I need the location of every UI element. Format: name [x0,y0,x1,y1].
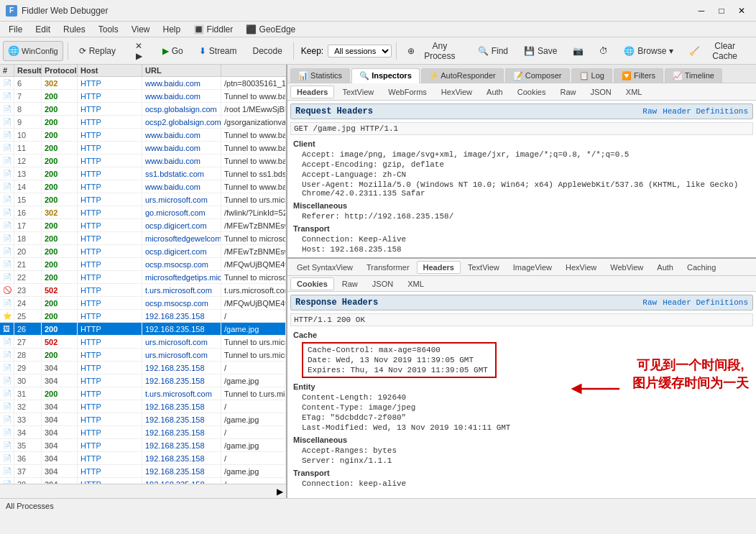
tab-statistics[interactable]: 📊 Statistics [290,68,350,83]
resp-tab-webview[interactable]: WebView [604,261,650,274]
subtab-raw[interactable]: Raw [553,86,582,98]
menu-geoedge[interactable]: ⬛ GeoEdge [240,23,301,36]
resp-tab-syntaxview[interactable]: Get SyntaxView [290,261,359,274]
table-row[interactable]: 📄 37 304 HTTP 192.168.235.158 /game.jpg [0,465,286,478]
cell-host: 192.168.235.158 [142,310,221,322]
split-button[interactable]: ✕ ▶ [125,41,153,61]
browse-button[interactable]: 🌐 Browse ▾ [617,41,680,61]
resp-subtab-raw[interactable]: Raw [336,277,364,290]
keep-dropdown[interactable]: All sessions [328,45,392,57]
table-row[interactable]: 📄 36 304 HTTP 192.168.235.158 / [0,452,286,465]
menu-file[interactable]: File [3,23,28,36]
table-row[interactable]: 📄 15 200 HTTP urs.microsoft.com Tunnel t… [0,193,286,206]
save-button[interactable]: 💾 Save [517,41,563,61]
subtab-hexview[interactable]: HexView [435,86,479,98]
cell-host: 192.168.235.158 [142,323,221,335]
timer-button[interactable]: ⏱ [593,41,614,61]
table-row[interactable]: 📄 18 200 HTTP microsoftedgewelcome. Tunn… [0,232,286,245]
table-row[interactable]: 🚫 23 502 HTTP t.urs.microsoft.com t.urs.… [0,284,286,297]
table-row[interactable]: ⭐ 25 200 HTTP 192.168.235.158 / [0,310,286,323]
table-row[interactable]: 📄 17 200 HTTP ocsp.digicert.com /MFEwTzB… [0,219,286,232]
clear-cache-button[interactable]: 🧹 Clear Cache [683,41,753,61]
table-row[interactable]: 📄 13 200 HTTP ss1.bdstatic.com Tunnel to… [0,167,286,180]
cell-url: /ptn=80035161_1_dg [221,77,286,89]
close-button[interactable]: ✕ [733,4,750,18]
table-row[interactable]: 📄 33 304 HTTP 192.168.235.158 /game.jpg [0,413,286,426]
table-row[interactable]: 📄 30 304 HTTP 192.168.235.158 /game.jpg [0,374,286,387]
menu-edit[interactable]: Edit [29,23,56,36]
resp-subtab-xml[interactable]: XML [401,277,430,290]
screenshot-button[interactable]: 📷 [566,41,590,61]
tab-timeline[interactable]: 📈 Timeline [665,68,722,83]
table-row[interactable]: 📄 12 200 HTTP www.baidu.com Tunnel to ww… [0,155,286,167]
tab-filters[interactable]: 🔽 Filters [614,68,663,83]
subtab-cookies[interactable]: Cookies [511,86,553,98]
table-row[interactable]: 📄 22 200 HTTP microsoftedgetips.micro Tu… [0,271,286,284]
resp-tab-auth[interactable]: Auth [650,261,680,274]
title-bar: F Fiddler Web Debugger ─ □ ✕ [0,0,756,22]
table-row[interactable]: 📄 11 200 HTTP www.baidu.com Tunnel to ww… [0,142,286,155]
table-row[interactable]: 📄 27 502 HTTP urs.microsoft.com Tunnel t… [0,336,286,349]
resp-tab-headers[interactable]: Headers [417,261,461,274]
go-label: Go [172,46,183,56]
table-row[interactable]: 📄 7 200 HTTP www.baidu.com Tunnel to www… [0,90,286,103]
resp-tab-textview[interactable]: TextView [461,261,506,274]
table-row[interactable]: 📄 16 302 HTTP go.microsoft.com /fwlink/?… [0,206,286,219]
table-row[interactable]: 📄 9 200 HTTP ocsp2.globalsign.com /gsorg… [0,116,286,129]
table-row[interactable]: 📄 34 304 HTTP 192.168.235.158 / [0,426,286,439]
subtab-xml[interactable]: XML [619,86,649,98]
resp-tab-caching[interactable]: Caching [681,261,722,274]
menu-help[interactable]: Help [157,23,187,36]
table-row[interactable]: 📄 28 200 HTTP urs.microsoft.com Tunnel t… [0,349,286,362]
table-row[interactable]: 📄 32 304 HTTP 192.168.235.158 / [0,400,286,413]
cell-host: 192.168.235.158 [142,413,221,425]
request-headerdefs-link[interactable]: Header Definitions [663,107,748,116]
table-row[interactable]: 📄 31 200 HTTP t.urs.microsoft.com Tunnel… [0,387,286,400]
subtab-headers[interactable]: Headers [290,86,334,98]
table-row[interactable]: 📄 8 200 HTTP ocsp.globalsign.com /root 1… [0,103,286,116]
tab-autoresponder[interactable]: ⚡ AutoResponder [421,68,504,83]
table-row[interactable]: 📄 24 200 HTTP ocsp.msocsp.com /MFQwUjBQM… [0,297,286,310]
replay-button[interactable]: ⟳ Replay [73,41,122,61]
stream-button[interactable]: ⬇ Stream [193,41,244,61]
subtab-textview[interactable]: TextView [336,86,380,98]
session-table[interactable]: # Result Protocol Host URL 📄 6 302 HTTP … [0,65,286,484]
subtab-webforms[interactable]: WebForms [382,86,433,98]
menu-fiddler[interactable]: 🔳 Fiddler [188,23,239,36]
decode-button[interactable]: Decode [246,41,288,61]
minimize-button[interactable]: ─ [693,4,710,18]
response-headerdefs-link[interactable]: Header Definitions [663,298,748,307]
table-row[interactable]: 📄 20 200 HTTP ocsp.digicert.com /MFEwTzB… [0,245,286,258]
menu-tools[interactable]: Tools [93,23,124,36]
any-process-button[interactable]: ⊕ Any Process [401,41,469,61]
find-button[interactable]: 🔍 Find [471,41,515,61]
tab-log[interactable]: 📋 Log [571,68,612,83]
resp-subtab-json[interactable]: JSON [366,277,400,290]
table-row[interactable]: 📄 21 200 HTTP ocsp.msocsp.com /MFQwUjBQM… [0,258,286,271]
resp-tab-hexview[interactable]: HexView [559,261,603,274]
resp-subtab-cookies[interactable]: Cookies [290,277,334,290]
request-raw-link[interactable]: Raw [642,107,657,116]
go-button[interactable]: ▶ Go [156,41,190,61]
table-row[interactable]: 📄 35 304 HTTP 192.168.235.158 /game.jpg [0,439,286,452]
tab-composer[interactable]: 📝 Composer [505,68,570,83]
winconfig-icon: 🌐 [8,45,19,56]
maximize-button[interactable]: □ [713,4,730,18]
subtab-json[interactable]: JSON [584,86,617,98]
menu-rules[interactable]: Rules [57,23,91,36]
menu-view[interactable]: View [126,23,156,36]
resp-tab-transformer[interactable]: Transformer [360,261,416,274]
response-raw-link[interactable]: Raw [642,298,657,307]
table-row[interactable]: 📄 29 304 HTTP 192.168.235.158 / [0,362,286,374]
table-row[interactable]: 📄 38 304 HTTP 192.168.235.158 / [0,478,286,484]
table-row[interactable]: 📄 6 302 HTTP www.baidu.com /ptn=80035161… [0,77,286,90]
tab-inspectors[interactable]: 🔍 Inspectors [351,68,420,83]
subtab-auth[interactable]: Auth [480,86,510,98]
cell-url: Tunnel to t.urs.microsoft. [221,387,286,400]
table-row[interactable]: 📄 14 200 HTTP www.baidu.com Tunnel to ww… [0,180,286,193]
table-row[interactable]: 🖼 26 200 HTTP 192.168.235.158 /game.jpg [0,323,286,336]
winconfig-button[interactable]: 🌐 WinConfig [3,41,63,61]
table-row[interactable]: 📄 10 200 HTTP www.baidu.com Tunnel to ww… [0,129,286,142]
left-panel-bottom: ▶ [0,484,286,498]
resp-tab-imageview[interactable]: ImageView [507,261,558,274]
